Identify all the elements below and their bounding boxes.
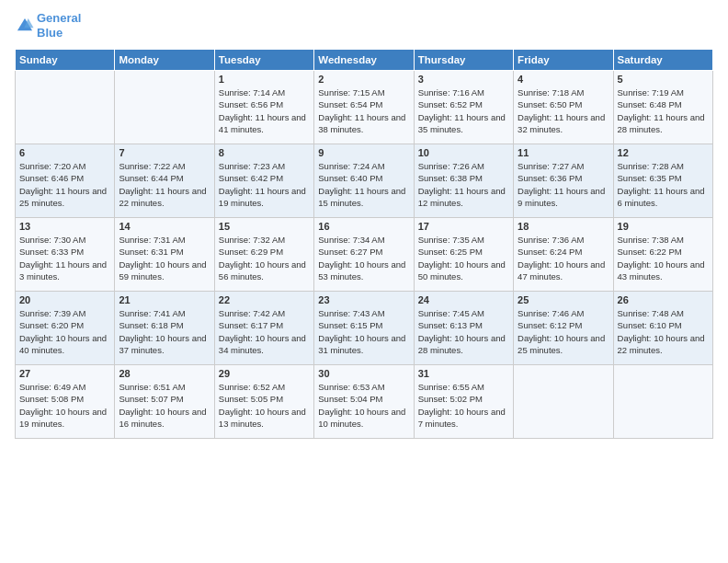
day-info: Sunrise: 7:20 AM Sunset: 6:46 PM Dayligh… xyxy=(19,160,110,209)
header-cell-friday: Friday xyxy=(514,50,613,71)
day-info: Sunrise: 7:30 AM Sunset: 6:33 PM Dayligh… xyxy=(19,234,110,282)
day-number: 6 xyxy=(19,147,110,158)
day-info: Sunrise: 7:23 AM Sunset: 6:42 PM Dayligh… xyxy=(219,160,310,209)
day-number: 13 xyxy=(19,221,110,232)
calendar-cell: 27Sunrise: 6:49 AM Sunset: 5:08 PM Dayli… xyxy=(16,365,115,439)
day-info: Sunrise: 7:19 AM Sunset: 6:48 PM Dayligh… xyxy=(618,86,709,135)
calendar-cell: 26Sunrise: 7:48 AM Sunset: 6:10 PM Dayli… xyxy=(613,292,712,365)
day-number: 17 xyxy=(418,221,509,232)
day-number: 22 xyxy=(219,294,310,305)
day-number: 23 xyxy=(318,294,409,305)
calendar-cell: 30Sunrise: 6:53 AM Sunset: 5:04 PM Dayli… xyxy=(314,365,414,439)
calendar-cell: 3Sunrise: 7:16 AM Sunset: 6:52 PM Daylig… xyxy=(414,71,513,144)
calendar-cell xyxy=(613,365,712,439)
day-info: Sunrise: 6:55 AM Sunset: 5:02 PM Dayligh… xyxy=(418,381,509,430)
day-info: Sunrise: 7:39 AM Sunset: 6:20 PM Dayligh… xyxy=(19,307,110,356)
day-info: Sunrise: 7:22 AM Sunset: 6:44 PM Dayligh… xyxy=(119,160,210,209)
day-number: 28 xyxy=(119,368,210,379)
day-number: 8 xyxy=(219,147,310,158)
logo: General Blue xyxy=(15,11,81,40)
calendar-cell: 16Sunrise: 7:34 AM Sunset: 6:27 PM Dayli… xyxy=(314,218,414,292)
day-info: Sunrise: 7:38 AM Sunset: 6:22 PM Dayligh… xyxy=(618,234,709,282)
day-number: 27 xyxy=(19,368,110,379)
calendar-cell: 1Sunrise: 7:14 AM Sunset: 6:56 PM Daylig… xyxy=(214,71,313,144)
calendar-cell: 28Sunrise: 6:51 AM Sunset: 5:07 PM Dayli… xyxy=(115,365,214,439)
calendar-table: SundayMondayTuesdayWednesdayThursdayFrid… xyxy=(15,49,713,439)
day-number: 15 xyxy=(219,221,310,232)
calendar-cell: 2Sunrise: 7:15 AM Sunset: 6:54 PM Daylig… xyxy=(314,71,414,144)
day-info: Sunrise: 7:18 AM Sunset: 6:50 PM Dayligh… xyxy=(518,86,609,135)
header-row: SundayMondayTuesdayWednesdayThursdayFrid… xyxy=(16,50,713,71)
day-number: 12 xyxy=(618,147,709,158)
week-row-3: 13Sunrise: 7:30 AM Sunset: 6:33 PM Dayli… xyxy=(16,218,713,292)
calendar-cell: 15Sunrise: 7:32 AM Sunset: 6:29 PM Dayli… xyxy=(214,218,313,292)
day-info: Sunrise: 6:52 AM Sunset: 5:05 PM Dayligh… xyxy=(219,381,310,430)
calendar-cell: 11Sunrise: 7:27 AM Sunset: 6:36 PM Dayli… xyxy=(514,144,613,218)
day-number: 7 xyxy=(119,147,210,158)
calendar-cell: 14Sunrise: 7:31 AM Sunset: 6:31 PM Dayli… xyxy=(115,218,214,292)
calendar-cell: 20Sunrise: 7:39 AM Sunset: 6:20 PM Dayli… xyxy=(16,292,115,365)
header-cell-sunday: Sunday xyxy=(16,50,115,71)
week-row-1: 1Sunrise: 7:14 AM Sunset: 6:56 PM Daylig… xyxy=(16,71,713,144)
day-info: Sunrise: 6:51 AM Sunset: 5:07 PM Dayligh… xyxy=(119,381,210,430)
day-info: Sunrise: 7:32 AM Sunset: 6:29 PM Dayligh… xyxy=(219,234,310,282)
header-cell-wednesday: Wednesday xyxy=(314,50,414,71)
day-info: Sunrise: 7:28 AM Sunset: 6:35 PM Dayligh… xyxy=(618,160,709,209)
day-info: Sunrise: 7:43 AM Sunset: 6:15 PM Dayligh… xyxy=(318,307,409,356)
day-number: 1 xyxy=(219,74,310,85)
calendar-cell: 8Sunrise: 7:23 AM Sunset: 6:42 PM Daylig… xyxy=(214,144,313,218)
day-info: Sunrise: 7:36 AM Sunset: 6:24 PM Dayligh… xyxy=(518,234,609,282)
day-info: Sunrise: 7:24 AM Sunset: 6:40 PM Dayligh… xyxy=(318,160,409,209)
day-number: 30 xyxy=(318,368,409,379)
calendar-body: 1Sunrise: 7:14 AM Sunset: 6:56 PM Daylig… xyxy=(16,71,713,439)
day-info: Sunrise: 7:48 AM Sunset: 6:10 PM Dayligh… xyxy=(618,307,709,356)
header: General Blue xyxy=(15,11,713,40)
calendar-cell: 6Sunrise: 7:20 AM Sunset: 6:46 PM Daylig… xyxy=(16,144,115,218)
day-info: Sunrise: 6:53 AM Sunset: 5:04 PM Dayligh… xyxy=(318,381,409,430)
page: General Blue SundayMondayTuesdayWednesda… xyxy=(0,0,728,446)
calendar-cell: 7Sunrise: 7:22 AM Sunset: 6:44 PM Daylig… xyxy=(115,144,214,218)
day-info: Sunrise: 7:35 AM Sunset: 6:25 PM Dayligh… xyxy=(418,234,509,282)
calendar-cell: 18Sunrise: 7:36 AM Sunset: 6:24 PM Dayli… xyxy=(514,218,613,292)
day-number: 2 xyxy=(318,74,409,85)
day-number: 21 xyxy=(119,294,210,305)
day-info: Sunrise: 7:16 AM Sunset: 6:52 PM Dayligh… xyxy=(418,86,509,135)
day-info: Sunrise: 7:42 AM Sunset: 6:17 PM Dayligh… xyxy=(219,307,310,356)
day-number: 20 xyxy=(19,294,110,305)
week-row-4: 20Sunrise: 7:39 AM Sunset: 6:20 PM Dayli… xyxy=(16,292,713,365)
calendar-cell xyxy=(16,71,115,144)
week-row-5: 27Sunrise: 6:49 AM Sunset: 5:08 PM Dayli… xyxy=(16,365,713,439)
calendar-cell: 4Sunrise: 7:18 AM Sunset: 6:50 PM Daylig… xyxy=(514,71,613,144)
day-number: 19 xyxy=(618,221,709,232)
logo-icon xyxy=(15,16,35,36)
calendar-cell: 23Sunrise: 7:43 AM Sunset: 6:15 PM Dayli… xyxy=(314,292,414,365)
day-number: 16 xyxy=(318,221,409,232)
calendar-cell: 21Sunrise: 7:41 AM Sunset: 6:18 PM Dayli… xyxy=(115,292,214,365)
calendar-cell: 22Sunrise: 7:42 AM Sunset: 6:17 PM Dayli… xyxy=(214,292,313,365)
day-info: Sunrise: 7:31 AM Sunset: 6:31 PM Dayligh… xyxy=(119,234,210,282)
calendar-cell: 31Sunrise: 6:55 AM Sunset: 5:02 PM Dayli… xyxy=(414,365,513,439)
day-info: Sunrise: 7:15 AM Sunset: 6:54 PM Dayligh… xyxy=(318,86,409,135)
day-info: Sunrise: 7:14 AM Sunset: 6:56 PM Dayligh… xyxy=(219,86,310,135)
calendar-cell: 12Sunrise: 7:28 AM Sunset: 6:35 PM Dayli… xyxy=(613,144,712,218)
calendar-cell: 10Sunrise: 7:26 AM Sunset: 6:38 PM Dayli… xyxy=(414,144,513,218)
day-info: Sunrise: 7:41 AM Sunset: 6:18 PM Dayligh… xyxy=(119,307,210,356)
day-number: 11 xyxy=(518,147,609,158)
week-row-2: 6Sunrise: 7:20 AM Sunset: 6:46 PM Daylig… xyxy=(16,144,713,218)
day-info: Sunrise: 7:45 AM Sunset: 6:13 PM Dayligh… xyxy=(418,307,509,356)
calendar-cell xyxy=(514,365,613,439)
calendar-cell: 29Sunrise: 6:52 AM Sunset: 5:05 PM Dayli… xyxy=(214,365,313,439)
day-number: 18 xyxy=(518,221,609,232)
header-cell-monday: Monday xyxy=(115,50,214,71)
day-number: 10 xyxy=(418,147,509,158)
header-cell-tuesday: Tuesday xyxy=(214,50,313,71)
day-number: 5 xyxy=(618,74,709,85)
day-info: Sunrise: 7:27 AM Sunset: 6:36 PM Dayligh… xyxy=(518,160,609,209)
day-info: Sunrise: 7:34 AM Sunset: 6:27 PM Dayligh… xyxy=(318,234,409,282)
calendar-cell: 25Sunrise: 7:46 AM Sunset: 6:12 PM Dayli… xyxy=(514,292,613,365)
day-info: Sunrise: 7:26 AM Sunset: 6:38 PM Dayligh… xyxy=(418,160,509,209)
day-number: 9 xyxy=(318,147,409,158)
logo-text: General Blue xyxy=(37,11,81,40)
calendar-cell: 17Sunrise: 7:35 AM Sunset: 6:25 PM Dayli… xyxy=(414,218,513,292)
calendar-cell: 5Sunrise: 7:19 AM Sunset: 6:48 PM Daylig… xyxy=(613,71,712,144)
